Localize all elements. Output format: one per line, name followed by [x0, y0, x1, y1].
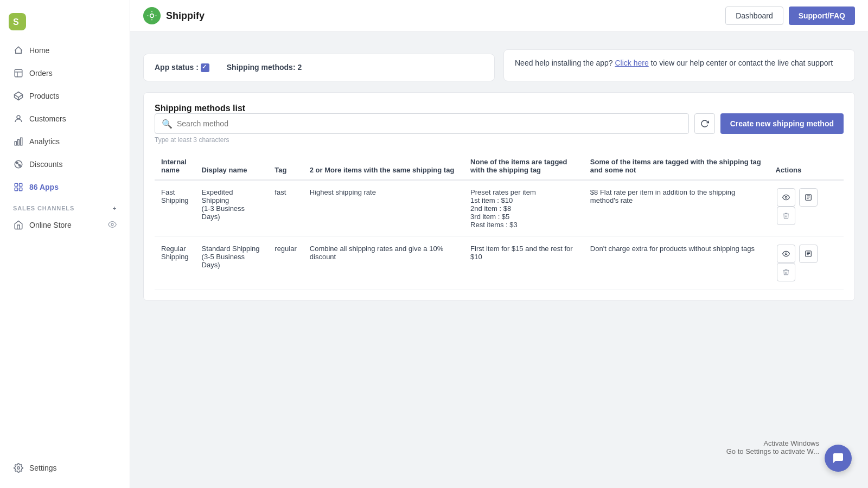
shipping-methods-count: Shipping methods: 2: [227, 63, 302, 72]
create-shipping-method-button[interactable]: Create new shipping method: [720, 113, 844, 134]
sales-channels-section: SALES CHANNELS +: [0, 198, 130, 214]
sidebar-item-apps[interactable]: 86 Apps: [4, 176, 125, 198]
discounts-icon: [13, 159, 24, 170]
sidebar-item-products[interactable]: Products: [4, 85, 125, 107]
svg-point-19: [17, 467, 20, 470]
orders-icon: [13, 68, 24, 79]
chat-bubble-button[interactable]: [825, 445, 852, 472]
sidebar-item-analytics[interactable]: Analytics: [4, 131, 125, 152]
sidebar-item-settings[interactable]: Settings: [4, 457, 125, 479]
sidebar: S Home Orders Products Customers Analyti…: [0, 0, 130, 488]
cell-internal-name-1: FastShipping: [155, 180, 195, 237]
customers-icon: [13, 113, 24, 124]
sidebar-bottom: Settings: [0, 457, 130, 479]
sales-channels-label: SALES CHANNELS: [13, 205, 74, 211]
view-button-row2[interactable]: [777, 245, 795, 263]
header-right: Dashboard Support/FAQ: [725, 7, 855, 25]
support-faq-button[interactable]: Support/FAQ: [789, 7, 855, 25]
sidebar-label-products: Products: [29, 92, 59, 100]
col-header-two-or-more: 2 or More items with the same shipping t…: [303, 152, 464, 180]
apps-icon: [13, 182, 24, 192]
online-store-label: Online Store: [29, 221, 72, 229]
help-text-before: Need help installing the app?: [515, 59, 613, 67]
search-hint: Type at least 3 characters: [155, 136, 844, 144]
sidebar-item-discounts[interactable]: Discounts: [4, 153, 125, 175]
svg-line-13: [16, 162, 21, 167]
app-status: App status :: [155, 63, 209, 72]
status-panel: App status : Shipping methods: 2: [143, 54, 495, 81]
col-header-display-name: Display name: [195, 152, 269, 180]
svg-rect-8: [15, 142, 16, 145]
windows-activation-watermark: Activate Windows Go to Settings to activ…: [726, 439, 819, 455]
main-content: Shippify Dashboard Support/FAQ App statu…: [130, 0, 868, 488]
col-header-actions: Actions: [769, 152, 844, 180]
search-input-wrap: 🔍: [155, 113, 689, 134]
app-title: Shippify: [166, 10, 205, 22]
view-button-row1[interactable]: [777, 188, 795, 207]
sidebar-label-analytics: Analytics: [29, 137, 60, 146]
watermark-line2: Go to Settings to activate W...: [726, 447, 819, 455]
cell-none-tagged-1: Preset rates per item 1st item : $10 2nd…: [464, 180, 584, 237]
watermark-line1: Activate Windows: [726, 439, 819, 447]
delete-button-row2[interactable]: [777, 263, 795, 281]
help-panel: Need help installing the app? Click here…: [503, 49, 855, 81]
sidebar-item-online-store[interactable]: Online Store: [4, 214, 125, 236]
sidebar-logo: S: [0, 9, 130, 39]
cell-internal-name-2: RegularShipping: [155, 237, 195, 290]
cell-actions-1: [769, 180, 844, 237]
svg-rect-9: [18, 139, 20, 145]
cell-some-tagged-1: $8 Flat rate per item in addition to the…: [584, 180, 769, 237]
home-icon: [13, 45, 24, 56]
cell-tag-2: regular: [268, 237, 303, 290]
svg-rect-17: [20, 188, 22, 191]
help-text-after: to view our help center or contact the l…: [651, 59, 833, 67]
methods-count-value: 2: [297, 63, 302, 72]
header-left: Shippify: [143, 7, 205, 24]
shipping-methods-section: Shipping methods list 🔍 Create new shipp…: [143, 92, 855, 301]
analytics-icon: [13, 136, 24, 147]
sidebar-label-customers: Customers: [29, 114, 66, 123]
table-row: FastShipping Expedited Shipping(1-3 Busi…: [155, 180, 844, 237]
svg-point-7: [17, 115, 20, 119]
refresh-button[interactable]: [694, 113, 715, 134]
sidebar-item-home[interactable]: Home: [4, 40, 125, 61]
search-row: 🔍 Create new shipping method: [155, 113, 844, 134]
delete-button-row1[interactable]: [777, 207, 795, 225]
edit-button-row2[interactable]: [799, 245, 818, 263]
cell-actions-2: [769, 237, 844, 290]
svg-rect-14: [15, 183, 17, 186]
svg-rect-16: [15, 188, 17, 191]
table-header-row: Internalname Display name Tag 2 or More …: [155, 152, 844, 180]
sidebar-item-orders[interactable]: Orders: [4, 62, 125, 84]
eye-icon[interactable]: [108, 220, 117, 230]
col-header-some-tagged: Some of the items are tagged with the sh…: [584, 152, 769, 180]
svg-point-20: [150, 14, 154, 18]
edit-button-row1[interactable]: [799, 188, 818, 207]
settings-icon: [13, 463, 24, 473]
shipping-section-title: Shipping methods list: [155, 104, 844, 113]
svg-rect-2: [15, 69, 22, 77]
dashboard-button[interactable]: Dashboard: [725, 7, 783, 25]
sidebar-item-customers[interactable]: Customers: [4, 108, 125, 130]
sidebar-label-apps: 86 Apps: [29, 183, 59, 191]
svg-text:S: S: [13, 17, 19, 27]
cell-two-or-more-1: Highest shipping rate: [303, 180, 464, 237]
cell-none-tagged-2: First item for $15 and the rest for $10: [464, 237, 584, 290]
help-link[interactable]: Click here: [615, 59, 648, 67]
app-logo-icon: [143, 7, 161, 24]
add-sales-channel-icon[interactable]: +: [113, 205, 117, 211]
cell-two-or-more-2: Combine all shipping rates and give a 10…: [303, 237, 464, 290]
cell-display-name-2: Standard Shipping(3-5 Business Days): [195, 237, 269, 290]
status-checkbox-icon: [201, 63, 209, 72]
svg-point-21: [785, 197, 787, 199]
cell-tag-1: fast: [268, 180, 303, 237]
col-header-internal-name: Internalname: [155, 152, 195, 180]
search-icon: 🔍: [162, 119, 173, 129]
table-row: RegularShipping Standard Shipping(3-5 Bu…: [155, 237, 844, 290]
svg-point-18: [111, 223, 113, 226]
shipping-table: Internalname Display name Tag 2 or More …: [155, 152, 844, 290]
online-store-left: Online Store: [13, 220, 72, 230]
cell-some-tagged-2: Don't charge extra for products without …: [584, 237, 769, 290]
search-input[interactable]: [177, 119, 682, 128]
online-store-icon: [13, 220, 24, 230]
